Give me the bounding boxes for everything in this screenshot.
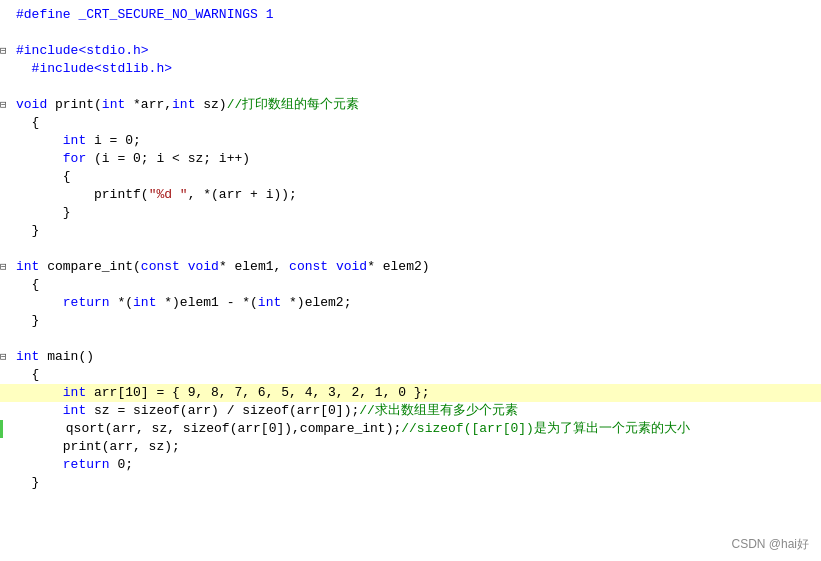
code-segment: //求出数组里有多少个元素 — [359, 403, 518, 418]
code-segment: (i = 0; i < sz; i++) — [86, 151, 250, 166]
code-segment — [180, 259, 188, 274]
line-content: for (i = 0; i < sz; i++) — [12, 150, 250, 168]
code-segment: 0; — [110, 457, 133, 472]
code-line: ⊟int main() — [0, 348, 821, 366]
code-line: { — [0, 366, 821, 384]
code-segment: int — [63, 385, 86, 400]
code-segment — [16, 403, 63, 418]
code-segment: } — [16, 223, 39, 238]
line-content: return *(int *)elem1 - *(int *)elem2; — [12, 294, 351, 312]
code-segment: int — [172, 97, 195, 112]
line-content: } — [12, 312, 39, 330]
code-segment: main() — [39, 349, 94, 364]
code-line: { — [0, 168, 821, 186]
code-segment: //打印数组的每个元素 — [227, 97, 360, 112]
code-segment: , *(arr + i)); — [188, 187, 297, 202]
code-segment: qsort(arr, sz, sizeof(arr[0]),compare_in… — [19, 421, 401, 436]
line-content: { — [12, 276, 39, 294]
line-content: int sz = sizeof(arr) / sizeof(arr[0]);//… — [12, 402, 518, 420]
line-content: { — [12, 114, 39, 132]
code-segment: int — [16, 259, 39, 274]
code-segment: printf( — [16, 187, 149, 202]
line-content: print(arr, sz); — [12, 438, 180, 456]
code-segment: { — [16, 277, 39, 292]
code-segment: int — [63, 403, 86, 418]
code-line: qsort(arr, sz, sizeof(arr[0]),compare_in… — [0, 420, 821, 438]
code-segment: void — [188, 259, 219, 274]
line-gutter: ⊟ — [0, 258, 12, 276]
code-line: } — [0, 474, 821, 492]
code-line: ⊟void print(int *arr,int sz)//打印数组的每个元素 — [0, 96, 821, 114]
code-segment: *arr, — [125, 97, 172, 112]
line-content: void print(int *arr,int sz)//打印数组的每个元素 — [12, 96, 359, 114]
code-line — [0, 240, 821, 258]
code-segment — [328, 259, 336, 274]
code-line — [0, 78, 821, 96]
code-segment: int — [133, 295, 156, 310]
code-segment: * elem1, — [219, 259, 289, 274]
code-line: printf("%d ", *(arr + i)); — [0, 186, 821, 204]
code-line: int i = 0; — [0, 132, 821, 150]
code-segment: arr[10] = { 9, 8, 7, 6, 5, 4, 3, 2, 1, 0… — [86, 385, 429, 400]
code-segment: print( — [47, 97, 102, 112]
collapse-icon[interactable]: ⊟ — [0, 45, 7, 57]
collapse-icon[interactable]: ⊟ — [0, 99, 7, 111]
code-line: print(arr, sz); — [0, 438, 821, 456]
code-segment: { — [16, 169, 71, 184]
line-content: int compare_int(const void* elem1, const… — [12, 258, 430, 276]
line-gutter: ⊟ — [0, 348, 12, 366]
line-content: } — [12, 204, 71, 222]
line-content: int main() — [12, 348, 94, 366]
collapse-icon[interactable]: ⊟ — [0, 261, 7, 273]
code-line — [0, 330, 821, 348]
line-content: return 0; — [12, 456, 133, 474]
line-content: { — [12, 366, 39, 384]
code-segment: void — [16, 97, 47, 112]
code-line: #define _CRT_SECURE_NO_WARNINGS 1 — [0, 6, 821, 24]
code-segment: *)elem2; — [281, 295, 351, 310]
code-line: } — [0, 312, 821, 330]
line-content: qsort(arr, sz, sizeof(arr[0]),compare_in… — [15, 420, 690, 438]
code-line: return *(int *)elem1 - *(int *)elem2; — [0, 294, 821, 312]
code-segment: return — [63, 457, 110, 472]
code-segment: int — [16, 349, 39, 364]
line-content: #define _CRT_SECURE_NO_WARNINGS 1 — [12, 6, 273, 24]
code-segment: #define _CRT_SECURE_NO_WARNINGS 1 — [16, 7, 273, 22]
code-line: ⊟#include<stdio.h> — [0, 42, 821, 60]
code-line: int sz = sizeof(arr) / sizeof(arr[0]);//… — [0, 402, 821, 420]
code-segment: sz) — [195, 97, 226, 112]
code-segment — [16, 295, 63, 310]
code-segment: * elem2) — [367, 259, 429, 274]
watermark-text: CSDN @hai好 — [731, 536, 809, 553]
code-segment: i = 0; — [86, 133, 141, 148]
code-line: } — [0, 222, 821, 240]
code-segment: int — [63, 133, 86, 148]
code-segment: } — [16, 475, 39, 490]
code-segment: compare_int( — [39, 259, 140, 274]
code-segment — [16, 151, 63, 166]
code-segment: return — [63, 295, 110, 310]
line-content: int arr[10] = { 9, 8, 7, 6, 5, 4, 3, 2, … — [12, 384, 429, 402]
line-content: int i = 0; — [12, 132, 141, 150]
code-segment: for — [63, 151, 86, 166]
code-segment: //sizeof([arr[0])是为了算出一个元素的大小 — [401, 421, 690, 436]
line-gutter: ⊟ — [0, 96, 12, 114]
code-line: ⊟int compare_int(const void* elem1, cons… — [0, 258, 821, 276]
code-segment — [16, 457, 63, 472]
code-line: } — [0, 204, 821, 222]
code-segment: } — [16, 313, 39, 328]
collapse-icon[interactable]: ⊟ — [0, 351, 7, 363]
code-line: { — [0, 276, 821, 294]
code-line: return 0; — [0, 456, 821, 474]
code-segment: int — [102, 97, 125, 112]
line-gutter: ⊟ — [0, 42, 12, 60]
code-segment: { — [16, 115, 39, 130]
line-content: { — [12, 168, 71, 186]
line-content: } — [12, 222, 39, 240]
code-line: for (i = 0; i < sz; i++) — [0, 150, 821, 168]
code-segment — [16, 385, 63, 400]
code-segment: *)elem1 - *( — [156, 295, 257, 310]
code-segment: const — [289, 259, 328, 274]
code-line — [0, 24, 821, 42]
code-segment: const — [141, 259, 180, 274]
